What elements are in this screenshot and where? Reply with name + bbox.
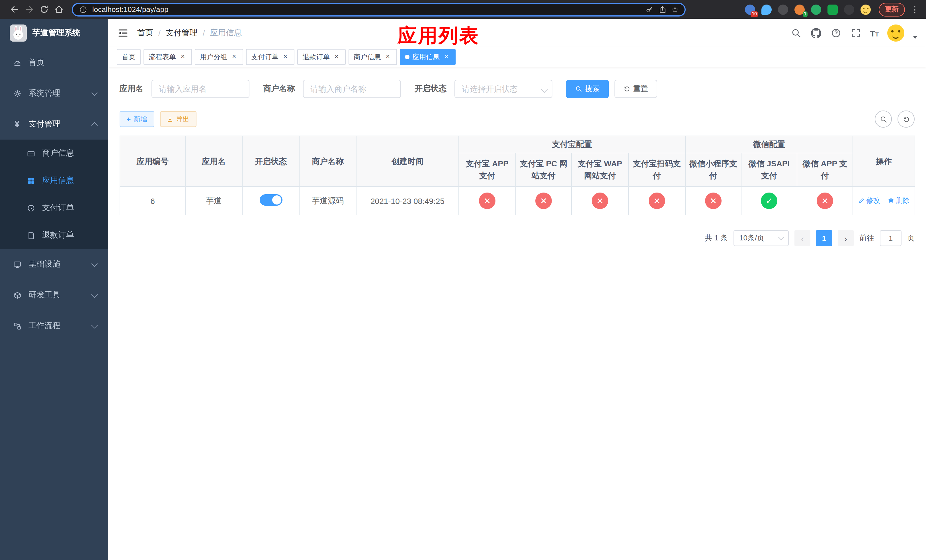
breadcrumb-separator: / — [158, 29, 160, 38]
address-bar[interactable]: localhost:1024/pay/app ☆ — [72, 3, 686, 16]
status-select[interactable] — [454, 80, 552, 98]
cell-alipay-scan: ✕ — [628, 186, 685, 215]
cell-created: 2021-10-23 08:49:25 — [356, 186, 459, 215]
close-icon[interactable]: × — [281, 53, 289, 61]
url-text[interactable]: localhost:1024/pay/app — [92, 5, 640, 14]
app-table: 应用编号 应用名 开启状态 商户名称 创建时间 支付宝配置 微信配置 操作 支付… — [120, 136, 915, 215]
close-icon[interactable]: × — [230, 53, 238, 61]
close-icon[interactable]: × — [384, 53, 392, 61]
browser-reload-button[interactable] — [36, 2, 51, 17]
status-toggle[interactable] — [259, 194, 282, 206]
status-fail-icon: ✕ — [479, 192, 495, 209]
extension-icon-3[interactable] — [778, 4, 788, 15]
app-name-input[interactable] — [151, 80, 250, 98]
page-size-select[interactable]: 10条/页 — [734, 230, 789, 246]
extension-icon-7[interactable] — [844, 4, 854, 15]
status-select-input[interactable] — [454, 80, 552, 98]
cell-merchant: 芋道源码 — [299, 186, 356, 215]
chevron-down-icon — [91, 291, 98, 298]
sidebar-item-dev-tools[interactable]: 研发工具 — [0, 280, 108, 310]
browser-home-button[interactable] — [51, 2, 66, 17]
help-icon[interactable] — [830, 27, 841, 39]
github-icon[interactable] — [810, 27, 822, 39]
monitor-icon — [11, 260, 23, 269]
browser-profile-avatar[interactable] — [861, 4, 871, 15]
status-fail-icon: ✕ — [817, 192, 833, 209]
avatar-dropdown-caret-icon[interactable] — [913, 36, 917, 38]
browser-menu-icon[interactable]: ⋮ — [911, 4, 919, 15]
bookmark-star-icon[interactable]: ☆ — [671, 5, 679, 14]
toggle-search-button[interactable] — [875, 110, 892, 128]
sidebar-item-system[interactable]: 系统管理 — [0, 78, 108, 109]
browser-forward-button[interactable] — [22, 2, 36, 17]
browser-toolbar: localhost:1024/pay/app ☆ 10 1 更新 ⋮ — [0, 0, 926, 19]
fullscreen-icon[interactable] — [850, 27, 861, 39]
tab-pay-order[interactable]: 支付订单 × — [246, 49, 294, 65]
extension-icon-2[interactable] — [761, 4, 772, 15]
reset-button[interactable]: 重置 — [614, 80, 657, 98]
page-number-1[interactable]: 1 — [816, 230, 832, 246]
sidebar-item-pay-order[interactable]: 支付订单 — [0, 194, 108, 222]
grid-icon — [25, 176, 36, 185]
next-page-button[interactable]: › — [838, 230, 854, 246]
filter-app-name: 应用名 — [120, 80, 250, 98]
browser-update-button[interactable]: 更新 — [879, 3, 905, 16]
tab-merchant-info[interactable]: 商户信息 × — [348, 49, 397, 65]
status-label: 开启状态 — [415, 84, 446, 94]
font-size-icon[interactable]: TT — [870, 28, 879, 38]
sidebar-item-refund-order[interactable]: 退款订单 — [0, 222, 108, 249]
extension-icon-1[interactable]: 10 — [745, 4, 755, 15]
share-icon[interactable] — [658, 5, 667, 14]
clock-icon — [25, 204, 36, 212]
sidebar-collapse-icon[interactable] — [117, 27, 129, 39]
col-header-wechat-mini: 微信小程序支付 — [685, 153, 741, 186]
tab-app-info[interactable]: 应用信息 × — [400, 49, 455, 65]
extension-badge: 10 — [750, 11, 758, 17]
filter-status: 开启状态 — [415, 80, 552, 98]
status-fail-icon: ✕ — [592, 192, 608, 209]
tab-process-form[interactable]: 流程表单 × — [144, 49, 192, 65]
search-icon[interactable] — [790, 27, 802, 39]
box-icon — [11, 291, 23, 300]
edit-button[interactable]: 修改 — [858, 196, 880, 206]
export-button[interactable]: 导出 — [160, 111, 196, 127]
goto-page-input[interactable] — [880, 230, 902, 246]
user-avatar[interactable] — [887, 24, 904, 42]
merchant-name-input[interactable] — [303, 80, 401, 98]
tab-home[interactable]: 首页 — [117, 49, 141, 65]
search-button[interactable]: 搜索 — [566, 80, 609, 98]
extension-icon-5[interactable] — [811, 4, 821, 15]
browser-back-button[interactable] — [7, 2, 22, 17]
breadcrumb-separator: / — [203, 29, 205, 38]
breadcrumb-payment[interactable]: 支付管理 — [166, 28, 198, 38]
add-button[interactable]: + 新增 — [120, 111, 154, 127]
tab-user-group[interactable]: 用户分组 × — [195, 49, 243, 65]
close-icon[interactable]: × — [442, 53, 451, 61]
logo-image — [10, 24, 27, 42]
prev-page-button[interactable]: ‹ — [794, 230, 810, 246]
delete-button[interactable]: 删除 — [888, 196, 909, 206]
close-icon[interactable]: × — [179, 53, 187, 61]
download-icon — [166, 116, 173, 122]
refresh-button[interactable] — [897, 110, 915, 128]
extension-icon-4[interactable]: 1 — [794, 4, 805, 15]
sidebar-item-infrastructure[interactable]: 基础设施 — [0, 249, 108, 280]
cell-status — [242, 186, 299, 215]
sidebar-item-app-info[interactable]: 应用信息 — [0, 167, 108, 194]
col-header-alipay-wap: 支付宝 WAP 网站支付 — [572, 153, 628, 186]
plus-icon: + — [126, 115, 131, 123]
document-icon — [25, 231, 36, 239]
close-icon[interactable]: × — [333, 53, 340, 61]
sidebar-item-workflow[interactable]: 工作流程 — [0, 310, 108, 341]
site-info-icon[interactable] — [79, 5, 88, 14]
sidebar-item-merchant-info[interactable]: 商户信息 — [0, 139, 108, 167]
tab-refund-order[interactable]: 退款订单 × — [297, 49, 346, 65]
password-key-icon[interactable] — [645, 5, 654, 14]
col-group-wechat: 微信配置 — [685, 136, 853, 153]
cell-app-id: 6 — [120, 186, 185, 215]
breadcrumb-home[interactable]: 首页 — [137, 28, 153, 38]
sidebar-item-home[interactable]: 首页 — [0, 47, 108, 78]
table-toolbar: + 新增 导出 — [120, 110, 915, 128]
sidebar-item-payment[interactable]: ¥ 支付管理 — [0, 109, 108, 139]
extension-icon-6[interactable] — [828, 4, 838, 15]
